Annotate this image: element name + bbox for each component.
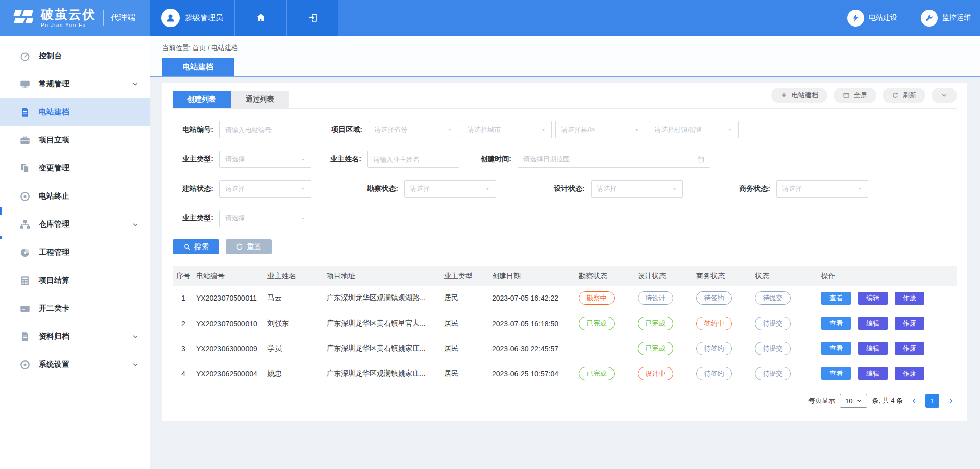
prev-page-button[interactable]	[908, 394, 921, 408]
target-icon	[19, 191, 31, 202]
column-header-2: 业主姓名	[265, 266, 325, 286]
logo-icon	[12, 9, 35, 27]
calendar-icon	[697, 155, 705, 163]
header-action-monitor-ops[interactable]: 监控运维	[921, 10, 971, 27]
sidebar-item-change-mgmt[interactable]: 变更管理	[0, 154, 150, 182]
edit-button[interactable]: 编辑	[858, 367, 888, 380]
owner-type-select[interactable]: 请选择	[219, 151, 311, 168]
sidebar-item-label: 工程管理	[39, 248, 139, 257]
page-tab-station-archive[interactable]: 电站建档	[162, 58, 234, 76]
void-button[interactable]: 作废	[895, 292, 924, 305]
table-row: 2YX2023070500010刘强东广东深圳龙华区黄石镇星官大...居民202…	[173, 311, 957, 336]
column-header-1: 电站编号	[194, 266, 265, 286]
station-code-input[interactable]	[219, 121, 311, 138]
column-header-8: 商务状态	[694, 266, 753, 286]
owner-name-input[interactable]	[368, 151, 459, 168]
sidebar-item-station-terminate[interactable]: 电站终止	[0, 182, 150, 210]
column-header-5: 创建日期	[490, 266, 577, 286]
filter-label-owner-type: 业主类型:	[173, 155, 213, 164]
caret-down-icon	[485, 186, 491, 192]
cell-owner-name: 马云	[265, 286, 325, 311]
calculator-icon	[19, 275, 31, 286]
cell-address: 广东深圳龙华区观澜镇观湖路...	[325, 286, 442, 311]
sidebar-item-station-archive[interactable]: 电站建档	[0, 98, 150, 126]
region-province-select[interactable]: 请选择省份	[369, 121, 458, 138]
chevron-down-icon	[856, 398, 862, 404]
station-code-field[interactable]	[225, 126, 306, 134]
doc-icon	[19, 107, 31, 118]
user-menu[interactable]: 超级管理员	[150, 0, 234, 36]
cell-address: 广东深圳龙华区黄石镇姚家庄...	[325, 336, 442, 361]
sidebar-item-label: 电站终止	[39, 191, 139, 201]
sidebar-item-second-class-card[interactable]: 开二类卡	[0, 294, 150, 323]
page-size-select[interactable]: 10	[840, 394, 867, 408]
sidebar-item-general-mgmt[interactable]: 常规管理	[0, 70, 150, 98]
void-button[interactable]: 作废	[895, 367, 924, 380]
add-station-button[interactable]: 电站建档	[771, 88, 827, 103]
logout-button[interactable]	[286, 0, 338, 36]
edit-button[interactable]: 编辑	[858, 292, 888, 305]
design-status-select[interactable]: 请选择	[591, 180, 683, 198]
breadcrumb-link-1[interactable]: 电站建档	[211, 44, 238, 52]
created-time-date-input[interactable]: 请选择日期范围	[518, 151, 710, 168]
fullscreen-button[interactable]: 全屏	[834, 88, 876, 103]
sidebar-item-data-archive[interactable]: 资料归档	[0, 323, 150, 351]
home-button[interactable]	[234, 0, 286, 36]
breadcrumb-link-0[interactable]: 首页	[192, 44, 206, 52]
refresh-button[interactable]: 刷新	[883, 88, 925, 103]
total-count-label: 条, 共 4 条	[872, 396, 903, 405]
date-placeholder: 请选择日期范围	[523, 155, 697, 164]
current-page-button[interactable]: 1	[925, 394, 939, 408]
reset-button[interactable]: 重置	[226, 239, 272, 254]
chevron-down-icon	[132, 221, 139, 228]
sidebar-item-project-approval[interactable]: 项目立项	[0, 126, 150, 154]
copy-icon	[19, 163, 31, 174]
search-button[interactable]: 搜索	[173, 239, 219, 254]
sidebar: 控制台常规管理电站建档项目立项变更管理电站终止仓库管理工程管理项目结算开二类卡资…	[0, 36, 150, 469]
select-placeholder: 请选择省份	[374, 125, 447, 134]
sitemap-icon	[19, 219, 31, 230]
tab-passed-list[interactable]: 通过列表	[231, 91, 289, 108]
void-button[interactable]: 作废	[895, 317, 924, 330]
region-county-select[interactable]: 请选择县/区	[555, 121, 645, 138]
collapse-button[interactable]	[932, 88, 957, 103]
sidebar-item-label: 项目立项	[39, 135, 139, 145]
view-button[interactable]: 查看	[821, 292, 851, 305]
top-header: 破茧云伏 Po Jian Yun Fu 代理端 超级管理员 电站建设监控运维	[0, 0, 980, 36]
scrollbar-tick[interactable]	[0, 207, 2, 215]
logo[interactable]: 破茧云伏 Po Jian Yun Fu 代理端	[0, 0, 150, 36]
cell-station-code: YX2023062500004	[194, 361, 265, 386]
select-placeholder: 请选择县/区	[561, 125, 634, 134]
view-button[interactable]: 查看	[821, 342, 851, 355]
view-button[interactable]: 查看	[821, 317, 851, 330]
sidebar-item-console[interactable]: 控制台	[0, 42, 150, 70]
edit-button[interactable]: 编辑	[858, 342, 888, 355]
chevron-down-icon	[132, 333, 139, 340]
region-town-select[interactable]: 请选择村镇/街道	[649, 121, 739, 138]
void-button[interactable]: 作废	[895, 342, 924, 355]
header-action-station-build[interactable]: 电站建设	[847, 10, 897, 27]
view-button[interactable]: 查看	[821, 367, 851, 380]
page-header-strip: 当前位置: 首页 / 电站建档 电站建档	[150, 36, 980, 77]
select-placeholder: 请选择	[782, 184, 857, 193]
sidebar-item-project-settlement[interactable]: 项目结算	[0, 266, 150, 294]
survey-status-select[interactable]: 请选择	[404, 180, 496, 198]
edit-button[interactable]: 编辑	[858, 317, 888, 330]
filter-label-region-province: 项目区域:	[322, 125, 362, 134]
owner-type-2-select[interactable]: 请选择	[219, 210, 311, 227]
select-placeholder: 请选择	[225, 184, 300, 193]
business-status-select[interactable]: 请选择	[776, 180, 868, 198]
owner-name-field[interactable]	[373, 156, 454, 163]
business-status-badge: 签约中	[696, 317, 732, 330]
caret-down-icon	[300, 157, 306, 162]
sidebar-item-engineering-mgmt[interactable]: 工程管理	[0, 238, 150, 266]
region-city-select[interactable]: 请选择城市	[462, 121, 552, 138]
tab-create-list[interactable]: 创建列表	[173, 91, 231, 108]
sidebar-item-warehouse-mgmt[interactable]: 仓库管理	[0, 210, 150, 238]
column-header-10: 操作	[819, 266, 957, 286]
cell-owner-name: 学员	[265, 336, 325, 361]
scrollbar-tick[interactable]	[0, 236, 2, 239]
build-status-select[interactable]: 请选择	[219, 180, 311, 198]
next-page-button[interactable]	[944, 394, 957, 408]
sidebar-item-system-settings[interactable]: 系统设置	[0, 351, 150, 379]
